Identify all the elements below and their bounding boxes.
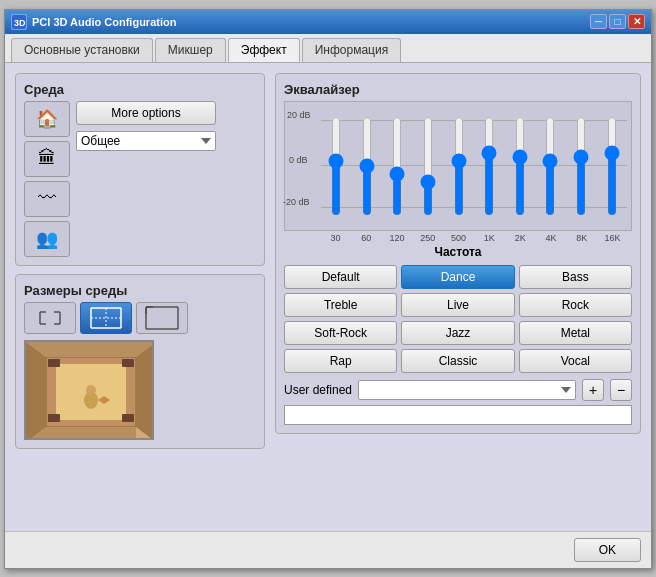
preset-jazz[interactable]: Jazz [401,321,514,345]
tab-mikser[interactable]: Микшер [155,38,226,62]
eq-slider-120[interactable] [391,116,403,216]
razmery-title: Размеры среды [24,283,256,298]
eq-slider-1k[interactable] [483,116,495,216]
freq-label-250: 250 [418,233,438,243]
eq-slider-2k[interactable] [514,116,526,216]
more-options-col: More options Общее Ванная Пещера Арена А… [76,101,216,151]
eq-slider-250[interactable] [422,116,434,216]
eq-slider-16k[interactable] [606,116,618,216]
db-label-neg20: -20 dB [283,197,310,207]
env-icons-col: 🏠 🏛 〰 👥 [24,101,70,257]
preset-treble[interactable]: Treble [284,293,397,317]
env-icon-hall[interactable]: 🏛 [24,141,70,177]
environment-dropdown[interactable]: Общее Ванная Пещера Арена Аудитория [76,131,216,151]
svg-rect-28 [48,359,60,367]
remove-preset-button[interactable]: − [610,379,632,401]
eq-chart: 20 dB 0 dB -20 dB [284,101,632,231]
close-button[interactable]: ✕ [628,14,645,29]
freq-label-8k: 8K [572,233,592,243]
svg-point-33 [86,385,96,395]
svg-marker-25 [26,342,46,440]
more-options-button[interactable]: More options [76,101,216,125]
maximize-button[interactable]: □ [609,14,626,29]
freq-label-4k: 4K [541,233,561,243]
minimize-button[interactable]: ─ [590,14,607,29]
freq-labels-row: 30 60 120 250 500 1K 2K 4K 8K 16K [284,233,632,243]
size-medium-button[interactable] [80,302,132,334]
eq-title: Эквалайзер [284,82,632,97]
right-panel: Эквалайзер 20 dB 0 dB -20 dB [275,73,641,521]
user-defined-label: User defined [284,383,352,397]
eq-slider-8k[interactable] [575,116,587,216]
main-content: Среда 🏠 🏛 〰 👥 More options Общее [5,63,651,531]
window-controls: ─ □ ✕ [590,14,645,29]
sreda-section: Среда 🏠 🏛 〰 👥 More options Общее [15,73,265,266]
db-label-20: 20 dB [287,110,311,120]
window-title: PCI 3D Audio Configuration [32,16,176,28]
freq-label-1k: 1K [479,233,499,243]
env-icon-home[interactable]: 🏠 [24,101,70,137]
tab-effect[interactable]: Эффект [228,38,300,62]
tab-osnov[interactable]: Основные установки [11,38,153,62]
preset-grid: Default Dance Bass Treble Live Rock Soft… [284,265,632,373]
tab-info[interactable]: Информация [302,38,401,62]
preset-metal[interactable]: Metal [519,321,632,345]
user-defined-row: User defined + − [284,379,632,401]
eq-sliders [321,107,627,225]
user-preset-name-input[interactable] [284,405,632,425]
svg-marker-26 [136,342,154,440]
bottom-bar: OK [5,531,651,568]
freq-label-30: 30 [325,233,345,243]
preset-rap[interactable]: Rap [284,349,397,373]
size-buttons-row [24,302,256,334]
size-small-button[interactable] [24,302,76,334]
svg-rect-31 [122,414,134,422]
freq-title: Частота [284,245,632,259]
svg-rect-29 [122,359,134,367]
tabs-bar: Основные установки Микшер Эффект Информа… [5,34,651,63]
svg-text:3D: 3D [14,18,26,28]
top-panels: Среда 🏠 🏛 〰 👥 More options Общее [15,73,641,521]
freq-label-500: 500 [449,233,469,243]
main-window: 3D PCI 3D Audio Configuration ─ □ ✕ Осно… [4,9,652,569]
freq-label-2k: 2K [510,233,530,243]
size-large-button[interactable] [136,302,188,334]
app-icon: 3D [11,14,27,30]
sreda-icons-row: 🏠 🏛 〰 👥 More options Общее Ванная Пещера [24,101,256,257]
user-defined-dropdown[interactable] [358,380,576,400]
preset-classic[interactable]: Classic [401,349,514,373]
eq-slider-500[interactable] [453,116,465,216]
razmery-section: Размеры среды [15,274,265,449]
freq-label-60: 60 [356,233,376,243]
svg-marker-27 [26,342,154,357]
env-icon-people[interactable]: 👥 [24,221,70,257]
preset-live[interactable]: Live [401,293,514,317]
eq-slider-30[interactable] [330,116,342,216]
ok-button[interactable]: OK [574,538,641,562]
preset-vocal[interactable]: Vocal [519,349,632,373]
preset-rock[interactable]: Rock [519,293,632,317]
title-bar-left: 3D PCI 3D Audio Configuration [11,14,176,30]
svg-rect-30 [48,414,60,422]
preset-default[interactable]: Default [284,265,397,289]
preset-softrock[interactable]: Soft-Rock [284,321,397,345]
freq-label-16k: 16K [603,233,623,243]
title-bar: 3D PCI 3D Audio Configuration ─ □ ✕ [5,10,651,34]
preset-dance[interactable]: Dance [401,265,514,289]
db-label-0: 0 dB [289,155,308,165]
add-preset-button[interactable]: + [582,379,604,401]
env-icon-water[interactable]: 〰 [24,181,70,217]
left-panel: Среда 🏠 🏛 〰 👥 More options Общее [15,73,265,521]
room-preview [24,340,154,440]
eq-slider-60[interactable] [361,116,373,216]
freq-label-120: 120 [387,233,407,243]
eq-section: Эквалайзер 20 dB 0 dB -20 dB [275,73,641,434]
eq-slider-4k[interactable] [544,116,556,216]
preset-bass[interactable]: Bass [519,265,632,289]
sreda-title: Среда [24,82,256,97]
